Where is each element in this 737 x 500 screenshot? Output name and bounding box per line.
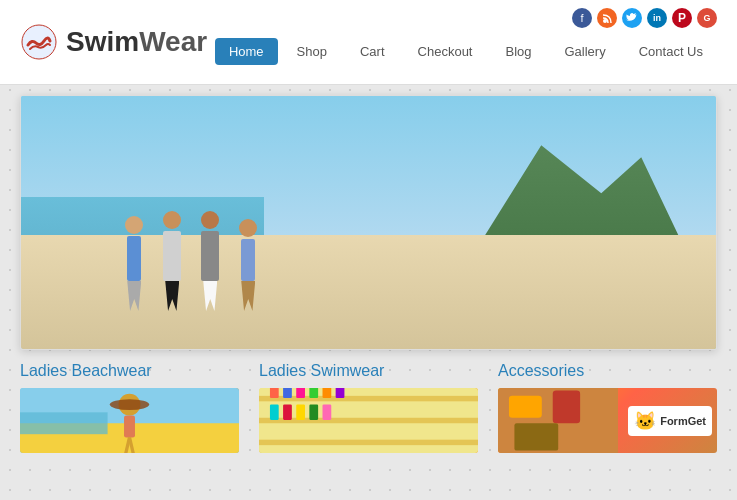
social-icons-bar: f in P G <box>572 8 717 28</box>
svg-rect-11 <box>259 396 478 401</box>
figure-3-body <box>201 231 219 281</box>
svg-rect-27 <box>553 390 580 423</box>
nav-gallery[interactable]: Gallery <box>551 38 620 65</box>
hero-image <box>21 96 716 349</box>
figure-1-head <box>125 216 143 234</box>
svg-rect-16 <box>296 388 305 398</box>
formget-label: FormGet <box>660 415 706 427</box>
figure-1 <box>125 216 143 311</box>
svg-rect-7 <box>124 416 135 438</box>
svg-rect-22 <box>296 405 305 420</box>
figure-4-head <box>239 219 257 237</box>
svg-rect-15 <box>283 388 292 398</box>
category-beachwear-thumb[interactable] <box>20 388 239 453</box>
figure-4-body <box>241 239 255 281</box>
svg-point-6 <box>110 399 149 410</box>
figure-3-legs <box>203 281 217 311</box>
nav-cart[interactable]: Cart <box>346 38 399 65</box>
logo-text-part2: Wear <box>139 26 207 57</box>
svg-rect-13 <box>259 440 478 445</box>
svg-rect-26 <box>509 396 542 418</box>
linkedin-icon[interactable]: in <box>647 8 667 28</box>
figure-2-head <box>163 211 181 229</box>
category-accessories: Accessories 🐱 FormGet <box>498 362 717 453</box>
logo-text-part1: Swim <box>66 26 139 57</box>
svg-rect-20 <box>270 405 279 420</box>
figure-2-legs <box>165 281 179 311</box>
hero-banner <box>20 95 717 350</box>
figure-4 <box>239 219 257 311</box>
category-swimwear-title: Ladies Swimwear <box>259 362 478 380</box>
pinterest-icon[interactable]: P <box>672 8 692 28</box>
logo-text: SwimWear <box>66 26 207 58</box>
svg-rect-28 <box>514 423 558 450</box>
googleplus-icon[interactable]: G <box>697 8 717 28</box>
site-header: SwimWear f in P G Home Shop Cart Checkou… <box>0 0 737 85</box>
svg-rect-12 <box>259 418 478 423</box>
figure-1-legs <box>127 281 141 311</box>
svg-rect-4 <box>20 412 108 434</box>
svg-rect-19 <box>336 388 345 398</box>
figure-3 <box>201 211 219 311</box>
figure-1-body <box>127 236 141 281</box>
twitter-icon[interactable] <box>622 8 642 28</box>
categories-section: Ladies Beachwear Ladies Swimwear <box>20 362 717 453</box>
category-swimwear-thumb[interactable] <box>259 388 478 453</box>
svg-rect-24 <box>323 405 332 420</box>
rss-icon[interactable] <box>597 8 617 28</box>
formget-mascot-icon: 🐱 <box>634 410 656 432</box>
facebook-icon[interactable]: f <box>572 8 592 28</box>
svg-rect-18 <box>323 388 332 398</box>
figure-2 <box>163 211 181 311</box>
figure-3-head <box>201 211 219 229</box>
nav-home[interactable]: Home <box>215 38 278 65</box>
logo-icon <box>20 23 58 61</box>
nav-shop[interactable]: Shop <box>283 38 341 65</box>
main-nav: Home Shop Cart Checkout Blog Gallery Con… <box>215 38 717 65</box>
nav-contact[interactable]: Contact Us <box>625 38 717 65</box>
formget-badge: 🐱 FormGet <box>628 406 712 436</box>
nav-blog[interactable]: Blog <box>491 38 545 65</box>
svg-rect-14 <box>270 388 279 398</box>
category-swimwear: Ladies Swimwear <box>259 362 478 453</box>
svg-rect-17 <box>309 388 318 398</box>
svg-rect-21 <box>283 405 292 420</box>
figure-2-body <box>163 231 181 281</box>
logo[interactable]: SwimWear <box>20 23 207 61</box>
category-accessories-title: Accessories <box>498 362 717 380</box>
figure-4-legs <box>241 281 255 311</box>
svg-rect-23 <box>309 405 318 420</box>
main-content: Ladies Beachwear Ladies Swimwear <box>0 85 737 463</box>
category-beachwear-title: Ladies Beachwear <box>20 362 239 380</box>
category-beachwear: Ladies Beachwear <box>20 362 239 453</box>
nav-checkout[interactable]: Checkout <box>404 38 487 65</box>
beach-figures <box>125 211 257 311</box>
category-accessories-thumb[interactable]: 🐱 FormGet <box>498 388 717 453</box>
